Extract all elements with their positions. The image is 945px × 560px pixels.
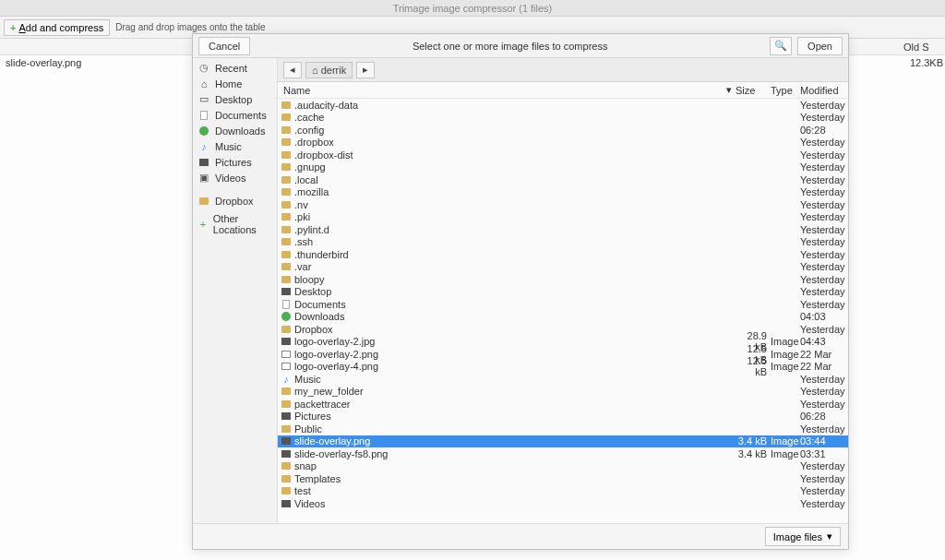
file-name: snap bbox=[294, 460, 736, 471]
file-name: Templates bbox=[294, 473, 736, 484]
file-name: logo-overlay-4.png bbox=[294, 361, 736, 372]
file-modified: Yesterday bbox=[800, 112, 848, 123]
file-list-header: Name ▾ Size Type Modified bbox=[278, 82, 848, 99]
col-type[interactable]: Type bbox=[771, 85, 800, 96]
file-modified: Yesterday bbox=[800, 211, 848, 222]
dialog-title: Select one or more image files to compre… bbox=[256, 41, 764, 52]
sidebar-item-label: Pictures bbox=[215, 157, 252, 168]
sidebar-item-music[interactable]: ♪Music bbox=[193, 138, 277, 154]
file-modified: Yesterday bbox=[800, 386, 848, 397]
folder-icon bbox=[281, 462, 291, 470]
chevron-left-icon: ◂ bbox=[290, 64, 295, 76]
file-row[interactable]: .varYesterday bbox=[278, 261, 848, 274]
path-forward-button[interactable]: ▸ bbox=[356, 62, 375, 78]
sidebar-item-pictures[interactable]: Pictures bbox=[193, 154, 277, 170]
file-row[interactable]: .dropbox-distYesterday bbox=[278, 149, 848, 161]
file-row[interactable]: slide-overlay-fs8.png3.4 kBImage03:31 bbox=[278, 447, 848, 460]
folder-icon bbox=[281, 400, 291, 408]
col-name[interactable]: Name bbox=[278, 85, 723, 96]
file-modified: Yesterday bbox=[800, 423, 848, 435]
folder-icon bbox=[281, 475, 291, 483]
file-row[interactable]: .mozillaYesterday bbox=[278, 186, 848, 199]
file-name: .config bbox=[294, 125, 736, 136]
file-row[interactable]: my_new_folderYesterday bbox=[278, 386, 848, 399]
image-icon bbox=[281, 450, 291, 458]
file-row[interactable]: .audacity-dataYesterday bbox=[278, 99, 848, 112]
search-button[interactable]: 🔍 bbox=[770, 37, 792, 55]
sidebar-item-home[interactable]: ⌂Home bbox=[193, 76, 277, 91]
file-modified: 03:44 bbox=[800, 435, 848, 447]
path-back-button[interactable]: ◂ bbox=[283, 62, 302, 78]
file-name: Dropbox bbox=[294, 324, 736, 335]
file-name: .dropbox bbox=[294, 137, 736, 148]
file-modified: 22 Mar bbox=[800, 349, 848, 360]
sidebar-item-downloads[interactable]: Downloads bbox=[193, 123, 277, 138]
file-list[interactable]: .audacity-dataYesterday.cacheYesterday.c… bbox=[278, 99, 848, 523]
open-button[interactable]: Open bbox=[797, 37, 843, 55]
file-row[interactable]: .cacheYesterday bbox=[278, 112, 848, 125]
sidebar-item-label: Desktop bbox=[215, 94, 252, 105]
file-name: my_new_folder bbox=[294, 386, 736, 397]
add-compress-button[interactable]: + Add and compress bbox=[4, 19, 110, 36]
file-row[interactable]: packettracerYesterday bbox=[278, 398, 848, 411]
file-row[interactable]: PublicYesterday bbox=[278, 423, 848, 435]
file-name: logo-overlay-2.jpg bbox=[294, 336, 736, 347]
file-type: Image bbox=[771, 336, 800, 347]
file-name: Videos bbox=[294, 498, 736, 509]
path-segment-home[interactable]: ⌂ derrik bbox=[305, 62, 353, 78]
col-modified[interactable]: Modified bbox=[800, 85, 848, 96]
file-row[interactable]: .thunderbirdYesterday bbox=[278, 248, 848, 261]
sidebar-item-documents[interactable]: Documents bbox=[193, 107, 277, 123]
music-icon: ♪ bbox=[201, 141, 207, 152]
folder-icon bbox=[281, 425, 291, 433]
file-row[interactable]: .gnupgYesterday bbox=[278, 161, 848, 174]
file-row[interactable]: TemplatesYesterday bbox=[278, 472, 848, 485]
main-title: Trimage image compressor (1 files) bbox=[393, 3, 553, 14]
file-name: slide-overlay-fs8.png bbox=[294, 448, 736, 459]
file-row[interactable]: slide-overlay.png3.4 kBImage03:44 bbox=[278, 435, 848, 448]
chevron-down-icon: ▾ bbox=[827, 530, 832, 542]
file-name: Downloads bbox=[294, 311, 736, 322]
file-row[interactable]: .localYesterday bbox=[278, 173, 848, 186]
chevron-right-icon: ▸ bbox=[363, 64, 368, 76]
file-row[interactable]: DocumentsYesterday bbox=[278, 298, 848, 311]
image-icon bbox=[281, 412, 291, 420]
file-modified: 06:28 bbox=[800, 125, 848, 136]
file-name: .pki bbox=[294, 211, 736, 222]
filter-dropdown[interactable]: Image files ▾ bbox=[765, 527, 841, 546]
file-row[interactable]: .dropboxYesterday bbox=[278, 137, 848, 149]
sidebar-item-videos[interactable]: ▣Videos bbox=[193, 170, 277, 185]
dialog-header: Cancel Select one or more image files to… bbox=[193, 34, 848, 58]
file-row[interactable]: bloopyYesterday bbox=[278, 273, 848, 286]
cancel-button[interactable]: Cancel bbox=[198, 37, 250, 55]
file-row[interactable]: .sshYesterday bbox=[278, 236, 848, 249]
file-row[interactable]: snapYesterday bbox=[278, 460, 848, 473]
file-row[interactable]: .config06:28 bbox=[278, 124, 848, 137]
plus-icon: + bbox=[10, 22, 16, 33]
file-modified: Yesterday bbox=[800, 473, 848, 484]
sort-indicator[interactable]: ▾ bbox=[723, 84, 736, 96]
file-row[interactable]: .nvYesterday bbox=[278, 198, 848, 211]
sidebar-item-desktop[interactable]: ▭Desktop bbox=[193, 91, 277, 107]
file-name: slide-overlay.png bbox=[294, 435, 736, 447]
file-row[interactable]: logo-overlay-4.png12.5 kBImage22 Mar bbox=[278, 361, 848, 374]
sidebar-item-other-locations[interactable]: +Other Locations bbox=[193, 216, 277, 232]
sidebar-item-dropbox[interactable]: Dropbox bbox=[193, 193, 277, 209]
file-row[interactable]: .pylint.dYesterday bbox=[278, 223, 848, 236]
sidebar-item-recent[interactable]: ◷Recent bbox=[193, 60, 277, 76]
folder-icon bbox=[281, 188, 291, 196]
file-row[interactable]: testYesterday bbox=[278, 485, 848, 498]
file-row[interactable]: .pkiYesterday bbox=[278, 211, 848, 224]
image-icon bbox=[281, 363, 291, 370]
file-row[interactable]: DesktopYesterday bbox=[278, 286, 848, 299]
col-size[interactable]: Size bbox=[736, 85, 771, 96]
file-row[interactable]: Downloads04:03 bbox=[278, 311, 848, 324]
file-row[interactable]: VideosYesterday bbox=[278, 497, 848, 510]
file-row[interactable]: Pictures06:28 bbox=[278, 411, 848, 423]
dialog-footer: Image files ▾ bbox=[193, 523, 848, 549]
col-old-size[interactable]: Old S bbox=[903, 42, 945, 53]
sidebar-item-label: Videos bbox=[215, 173, 245, 184]
pathbar: ◂ ⌂ derrik ▸ bbox=[278, 58, 848, 82]
file-type: Image bbox=[771, 435, 800, 447]
file-name: .var bbox=[294, 261, 736, 272]
